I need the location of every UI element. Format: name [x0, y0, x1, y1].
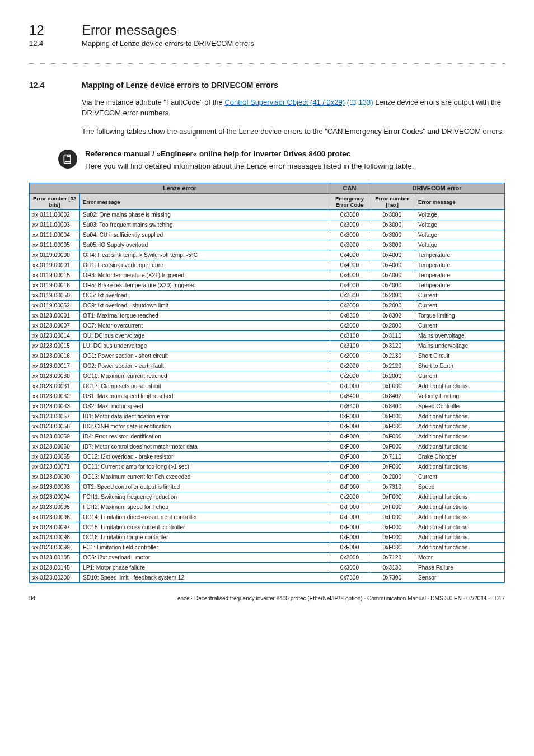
- cell-dmsg: Voltage: [415, 220, 505, 230]
- cell-hex: 0x2000: [369, 301, 415, 311]
- cell-errmsg: OC2: Power section - earth fault: [80, 361, 330, 371]
- table-row: xx.0119.00050OC5: Ixt overload0x20000x20…: [30, 291, 505, 301]
- cell-dmsg: Temperature: [415, 250, 505, 260]
- cell-errmsg: Su05: IO Supply overload: [80, 240, 330, 250]
- th-errnum-hex: Error number [hex]: [369, 194, 415, 210]
- cell-errnum: xx.0123.00031: [30, 381, 80, 391]
- cell-errnum: xx.0119.00052: [30, 301, 80, 311]
- cell-hex: 0x4000: [369, 260, 415, 270]
- reference-title: Reference manual / »Engineer« online hel…: [85, 150, 414, 158]
- cell-errnum: xx.0123.00097: [30, 522, 80, 533]
- cell-dmsg: Additional functions: [415, 432, 505, 442]
- cell-errmsg: OU: DC bus overvoltage: [80, 331, 330, 341]
- cell-errnum: xx.0123.00032: [30, 391, 80, 402]
- cell-can: 0xF000: [330, 381, 369, 391]
- cell-errnum: xx.0119.00000: [30, 250, 80, 260]
- cell-hex: 0x3000: [369, 230, 415, 240]
- cell-errmsg: OC1: Power section - short circuit: [80, 351, 330, 361]
- book-icon: [58, 150, 77, 169]
- cell-errmsg: SD10: Speed limit - feedback system 12: [80, 573, 330, 583]
- cell-errnum: xx.0123.00105: [30, 553, 80, 563]
- cell-hex: 0xF000: [369, 412, 415, 422]
- th-can: CAN: [330, 183, 369, 194]
- cell-dmsg: Temperature: [415, 260, 505, 270]
- cell-can: 0x7300: [330, 573, 369, 583]
- cell-errnum: xx.0111.00002: [30, 210, 80, 220]
- cell-dmsg: Current: [415, 472, 505, 482]
- cell-errmsg: OC6: I2xt overload - motor: [80, 553, 330, 563]
- cell-hex: 0x8402: [369, 391, 415, 402]
- cell-errmsg: OH4: Heat sink temp. > Switch-off temp. …: [80, 250, 330, 260]
- cell-errmsg: OT2: Speed controller output is limited: [80, 482, 330, 492]
- table-row: xx.0123.00058ID3: CINH motor data identi…: [30, 422, 505, 432]
- cell-errnum: xx.0123.00200: [30, 573, 80, 583]
- table-row: xx.0123.00030OC10: Maximum current reach…: [30, 371, 505, 381]
- cell-errnum: xx.0123.00096: [30, 512, 80, 522]
- cell-dmsg: Additional functions: [415, 412, 505, 422]
- cell-dmsg: Additional functions: [415, 502, 505, 512]
- section-title: Mapping of Lenze device errors to DRIVEC…: [82, 81, 278, 90]
- cell-errmsg: LU: DC bus undervoltage: [80, 341, 330, 351]
- cell-errmsg: LP1: Motor phase failure: [80, 563, 330, 573]
- cell-errmsg: ID4: Error resistor identification: [80, 432, 330, 442]
- cell-hex: 0x2000: [369, 321, 415, 331]
- cell-errnum: xx.0111.00005: [30, 240, 80, 250]
- cell-dmsg: Current: [415, 371, 505, 381]
- cell-hex: 0x3120: [369, 341, 415, 351]
- cell-errmsg: Su02: One mains phase is missing: [80, 210, 330, 220]
- cell-hex: 0xF000: [369, 512, 415, 522]
- table-row: xx.0119.00000OH4: Heat sink temp. > Swit…: [30, 250, 505, 260]
- table-row: xx.0123.00001OT1: Maximal torque reached…: [30, 311, 505, 321]
- cell-errnum: xx.0123.00015: [30, 341, 80, 351]
- cell-errmsg: Su04: CU insufficiently supplied: [80, 230, 330, 240]
- cell-hex: 0xF000: [369, 462, 415, 472]
- cell-errnum: xx.0119.00015: [30, 270, 80, 281]
- table-row: xx.0123.00060ID7: Motor control does not…: [30, 442, 505, 452]
- cell-hex: 0x4000: [369, 281, 415, 291]
- cell-can: 0xF000: [330, 432, 369, 442]
- cell-dmsg: Phase Failure: [415, 563, 505, 573]
- chapter-number: 12: [29, 22, 68, 38]
- cell-hex: 0xF000: [369, 502, 415, 512]
- control-supervisor-link[interactable]: Control Supervisor Object (41 / 0x29): [224, 98, 345, 106]
- cell-hex: 0x3000: [369, 210, 415, 220]
- cell-can: 0x3000: [330, 563, 369, 573]
- cell-can: 0x3000: [330, 220, 369, 230]
- chapter-title: Error messages: [82, 22, 176, 38]
- cell-can: 0x3100: [330, 341, 369, 351]
- cell-errnum: xx.0123.00001: [30, 311, 80, 321]
- cell-hex: 0xF000: [369, 492, 415, 502]
- table-row: xx.0123.00096OC14: Limitation direct-axi…: [30, 512, 505, 522]
- cell-errnum: xx.0123.00014: [30, 331, 80, 341]
- table-row: xx.0119.00052OC9: Ixt overload - shutdow…: [30, 301, 505, 311]
- cell-dmsg: Mains undervoltage: [415, 341, 505, 351]
- cell-errmsg: OC9: Ixt overload - shutdown limit: [80, 301, 330, 311]
- cell-hex: 0x3000: [369, 220, 415, 230]
- table-row: xx.0123.00090OC13: Maximum current for F…: [30, 472, 505, 482]
- cell-errmsg: OH3: Motor temperature (X21) triggered: [80, 270, 330, 281]
- table-row: xx.0123.00031OC17: Clamp sets pulse inhi…: [30, 381, 505, 391]
- cell-errmsg: OT1: Maximal torque reached: [80, 311, 330, 321]
- cell-can: 0x3000: [330, 210, 369, 220]
- cell-hex: 0x2120: [369, 361, 415, 371]
- cell-hex: 0x3110: [369, 331, 415, 341]
- cell-dmsg: Additional functions: [415, 543, 505, 553]
- cell-errmsg: OC10: Maximum current reached: [80, 371, 330, 381]
- cell-hex: 0xF000: [369, 543, 415, 553]
- cell-can: 0x2000: [330, 321, 369, 331]
- cell-errmsg: ID7: Motor control does not match motor …: [80, 442, 330, 452]
- cell-can: 0x8400: [330, 391, 369, 402]
- cell-can: 0x3000: [330, 240, 369, 250]
- cell-errmsg: OS2: Max. motor speed: [80, 402, 330, 412]
- cell-errnum: xx.0123.00060: [30, 442, 80, 452]
- table-row: xx.0123.00017OC2: Power section - earth …: [30, 361, 505, 371]
- intro-paragraph: Via the instance attribute "FaultCode" o…: [82, 97, 505, 119]
- cell-errmsg: OH5: Brake res. temperature (X20) trigge…: [80, 281, 330, 291]
- cell-can: 0x3000: [330, 230, 369, 240]
- cell-can: 0x3100: [330, 331, 369, 341]
- cell-errnum: xx.0123.00099: [30, 543, 80, 553]
- cell-hex: 0x7310: [369, 482, 415, 492]
- cell-errnum: xx.0119.00001: [30, 260, 80, 270]
- cell-hex: 0x7120: [369, 553, 415, 563]
- cell-errmsg: OS1: Maximum speed limit reached: [80, 391, 330, 402]
